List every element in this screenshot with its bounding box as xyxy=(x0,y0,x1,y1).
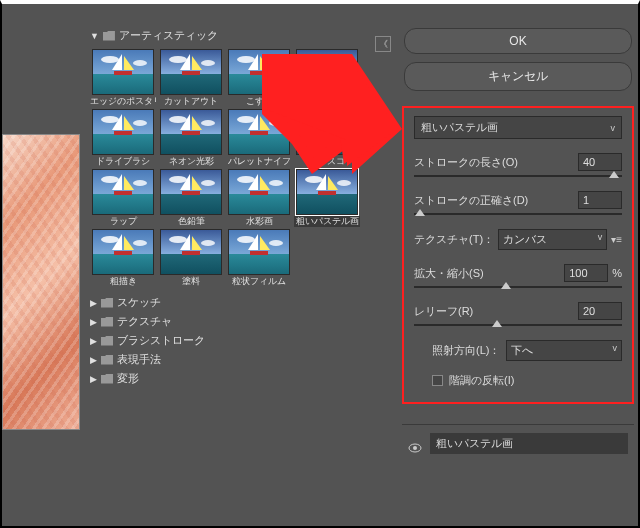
svg-marker-15 xyxy=(180,114,190,130)
category-label: スケッチ xyxy=(117,295,161,310)
visibility-eye-icon[interactable] xyxy=(408,439,422,449)
thumb-label: 色鉛筆 xyxy=(158,216,224,227)
filter-thumb[interactable]: こする xyxy=(226,49,292,107)
filter-thumb[interactable]: ネオン光彩 xyxy=(158,109,224,167)
collapse-panel-button[interactable]: 《 xyxy=(375,36,391,52)
svg-rect-20 xyxy=(250,131,268,135)
svg-marker-1 xyxy=(124,56,134,70)
folder-icon xyxy=(101,374,113,384)
svg-marker-19 xyxy=(260,116,270,130)
svg-rect-23 xyxy=(318,131,336,135)
stroke-detail-input[interactable] xyxy=(578,191,622,209)
disclosure-right-icon: ▶ xyxy=(90,317,97,327)
scale-slider[interactable] xyxy=(414,286,622,288)
filter-thumb[interactable]: 色鉛筆 xyxy=(158,169,224,227)
svg-marker-16 xyxy=(192,116,202,130)
stroke-detail-slider[interactable] xyxy=(414,213,622,215)
effect-layer-name[interactable]: 粗いパステル画 xyxy=(430,433,628,454)
cancel-button[interactable]: キャンセル xyxy=(404,62,632,91)
ok-button[interactable]: OK xyxy=(404,28,632,54)
svg-point-46 xyxy=(413,446,417,450)
filter-thumb[interactable]: フレスコ xyxy=(294,109,360,167)
thumb-label: ラップ xyxy=(90,216,156,227)
folder-icon xyxy=(101,336,113,346)
svg-marker-22 xyxy=(328,116,338,130)
category-header[interactable]: ▶テクスチャ xyxy=(90,312,380,331)
filter-select-value: 粗いパステル画 xyxy=(421,120,498,135)
svg-marker-9 xyxy=(316,54,326,70)
filter-thumb[interactable]: カットアウト xyxy=(158,49,224,107)
svg-marker-31 xyxy=(260,176,270,190)
svg-marker-42 xyxy=(248,234,258,250)
filter-thumb[interactable]: エッジのポスタリゼーション xyxy=(90,49,156,107)
category-header[interactable]: ▶スケッチ xyxy=(90,293,380,312)
filter-thumb[interactable]: 塗料 xyxy=(158,229,224,287)
disclosure-right-icon: ▶ xyxy=(90,336,97,346)
category-header[interactable]: ▶表現手法 xyxy=(90,350,380,369)
category-label: テクスチャ xyxy=(117,314,172,329)
svg-rect-11 xyxy=(318,71,336,75)
thumb-label: パレットナイフ xyxy=(226,156,292,167)
svg-marker-28 xyxy=(192,176,202,190)
svg-marker-24 xyxy=(112,174,122,190)
svg-rect-29 xyxy=(182,191,200,195)
svg-rect-8 xyxy=(250,71,268,75)
category-artistic-header[interactable]: ▼ アーティスティック xyxy=(90,26,380,45)
filter-thumb[interactable]: 粗描き xyxy=(90,229,156,287)
svg-marker-43 xyxy=(260,236,270,250)
thumb-label: 塗料 xyxy=(158,276,224,287)
svg-marker-40 xyxy=(192,236,202,250)
thumb-label: フレスコ xyxy=(294,156,360,167)
stroke-length-label: ストロークの長さ(O) xyxy=(414,155,518,170)
svg-marker-36 xyxy=(112,234,122,250)
thumb-label: スポンジ xyxy=(294,96,360,107)
filter-gallery-panel: ▼ アーティスティック エッジのポスタリゼーションカットアウトこするスポンジドラ… xyxy=(90,26,380,524)
thumbnail-grid: エッジのポスタリゼーションカットアウトこするスポンジドライブラシネオン光彩パレッ… xyxy=(90,49,380,287)
svg-rect-32 xyxy=(250,191,268,195)
filter-thumb[interactable]: 水彩画 xyxy=(226,169,292,227)
stroke-detail-label: ストロークの正確さ(D) xyxy=(414,193,528,208)
category-label: 表現手法 xyxy=(117,352,161,367)
filter-thumb[interactable]: スポンジ xyxy=(294,49,360,107)
svg-marker-34 xyxy=(328,176,338,190)
light-direction-value: 下へ xyxy=(511,343,533,358)
texture-menu-icon[interactable]: ▾≡ xyxy=(611,234,622,245)
relief-input[interactable] xyxy=(578,302,622,320)
relief-slider[interactable] xyxy=(414,324,622,326)
thumb-label: こする xyxy=(226,96,292,107)
svg-marker-13 xyxy=(124,116,134,130)
svg-marker-7 xyxy=(260,56,270,70)
svg-rect-17 xyxy=(182,131,200,135)
svg-marker-37 xyxy=(124,236,134,250)
texture-dropdown[interactable]: カンバス v xyxy=(498,229,607,250)
filter-thumb[interactable]: 粒状フィルム xyxy=(226,229,292,287)
invert-label: 階調の反転(I) xyxy=(449,373,514,388)
filter-thumb[interactable]: パレットナイフ xyxy=(226,109,292,167)
category-header[interactable]: ▶変形 xyxy=(90,369,380,388)
filter-thumb[interactable]: ドライブラシ xyxy=(90,109,156,167)
scale-label: 拡大・縮小(S) xyxy=(414,266,484,281)
thumb-label: カットアウト xyxy=(158,96,224,107)
filter-select-dropdown[interactable]: 粗いパステル画 v xyxy=(414,116,622,139)
texture-value: カンバス xyxy=(503,232,547,247)
thumb-label: 粗描き xyxy=(90,276,156,287)
category-header[interactable]: ▶ブラシストローク xyxy=(90,331,380,350)
category-label: ブラシストローク xyxy=(117,333,205,348)
invert-checkbox[interactable] xyxy=(432,375,443,386)
light-direction-dropdown[interactable]: 下へ v xyxy=(506,340,622,361)
svg-marker-27 xyxy=(180,174,190,190)
scale-input[interactable] xyxy=(564,264,608,282)
svg-rect-38 xyxy=(114,251,132,255)
svg-marker-39 xyxy=(180,234,190,250)
svg-rect-14 xyxy=(114,131,132,135)
chevron-down-icon: v xyxy=(598,232,603,247)
disclosure-right-icon: ▶ xyxy=(90,374,97,384)
stroke-length-input[interactable] xyxy=(578,153,622,171)
svg-marker-0 xyxy=(112,54,122,70)
stroke-length-slider[interactable] xyxy=(414,175,622,177)
folder-icon xyxy=(101,317,113,327)
svg-marker-25 xyxy=(124,176,134,190)
svg-marker-12 xyxy=(112,114,122,130)
filter-thumb[interactable]: 粗いパステル画 xyxy=(294,169,360,227)
filter-thumb[interactable]: ラップ xyxy=(90,169,156,227)
